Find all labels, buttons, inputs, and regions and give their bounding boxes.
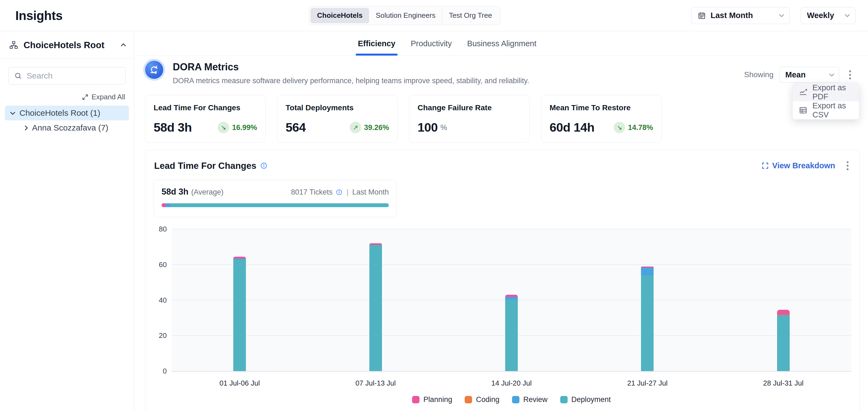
card-total-deployments: Total Deployments 564 ↗ 39.26% — [277, 95, 398, 143]
top-bar: Insights ChoiceHotels Solution Engineers… — [0, 0, 868, 31]
chevron-right-icon[interactable] — [23, 125, 28, 130]
bar-segment-review — [505, 297, 518, 300]
bar-segment-deployment — [505, 300, 518, 371]
search-icon — [14, 72, 22, 80]
bar-segment-planning — [505, 295, 518, 297]
separator: | — [346, 188, 349, 197]
export-menu: Export as PDF Export as CSV — [793, 83, 859, 119]
legend-label: Coding — [476, 396, 499, 404]
legend-item-review[interactable]: Review — [512, 396, 548, 404]
trend-up-icon: ↗ — [350, 122, 361, 133]
card-title: Lead Time For Changes — [154, 103, 257, 112]
stacked-bar-5[interactable] — [777, 310, 790, 371]
legend-item-planning[interactable]: Planning — [412, 396, 452, 404]
chevron-down-icon — [829, 71, 834, 76]
date-range-value: Last Month — [711, 11, 775, 20]
card-value: 58d 3h — [154, 121, 192, 135]
granularity-value: Weekly — [807, 11, 841, 20]
expand-all-label: Expand All — [91, 93, 125, 101]
x-axis-label: 21 Jul-27 Jul — [580, 379, 715, 387]
export-pdf-label: Export as PDF — [812, 83, 853, 101]
stacked-bar-3[interactable] — [505, 295, 518, 371]
y-tick-label: 0 — [149, 367, 167, 375]
bar-segment-deployment — [369, 245, 382, 371]
legend-swatch — [560, 396, 568, 403]
phase-segment-review — [166, 203, 170, 207]
tree-node-anna-scozzafava[interactable]: Anna Scozzafava (7) — [18, 121, 129, 135]
phase-segment-deployment — [170, 203, 389, 207]
calendar-icon — [698, 11, 706, 20]
export-csv-item[interactable]: Export as CSV — [793, 101, 859, 119]
org-chart-icon — [9, 40, 19, 50]
delta-badge: ↗ 39.26% — [350, 122, 389, 133]
collapse-sidebar-icon[interactable] — [121, 43, 126, 48]
x-axis-label: 28 Jul-31 Jul — [715, 379, 851, 387]
y-tick-label: 40 — [149, 296, 167, 304]
chevron-down-icon — [779, 12, 784, 17]
org-tab-test-org-tree[interactable]: Test Org Tree — [442, 8, 499, 23]
delta-value: 39.26% — [364, 124, 389, 132]
legend-label: Planning — [423, 396, 452, 404]
export-pdf-item[interactable]: Export as PDF — [793, 83, 859, 101]
dora-section-title: DORA Metrics — [173, 61, 239, 73]
main-tabs-bar: Efficiency Productivity Business Alignme… — [134, 31, 868, 56]
legend-label: Deployment — [571, 396, 611, 404]
tab-efficiency[interactable]: Efficiency — [358, 31, 395, 56]
view-breakdown-button[interactable]: View Breakdown — [762, 161, 835, 170]
card-unit: % — [441, 124, 447, 132]
tab-productivity[interactable]: Productivity — [411, 31, 452, 56]
x-axis-labels: 01 Jul-06 Jul07 Jul-13 Jul14 Jul-20 Jul2… — [172, 379, 851, 387]
stacked-bar-2[interactable] — [369, 243, 382, 371]
tree-node-label: Anna Scozzafava (7) — [32, 123, 108, 132]
dora-metrics-icon — [145, 61, 163, 79]
stacked-bar-4[interactable] — [641, 267, 654, 371]
card-lead-time-for-changes: Lead Time For Changes 58d 3h ↘ 16.99% — [145, 95, 266, 143]
chart-legend: PlanningCodingReviewDeployment — [172, 396, 851, 404]
aggregation-select[interactable]: Mean — [780, 67, 839, 83]
tab-business-alignment[interactable]: Business Alignment — [467, 31, 536, 56]
chart-line-icon — [799, 88, 807, 97]
stacked-bar-1[interactable] — [233, 257, 246, 371]
view-breakdown-label: View Breakdown — [772, 161, 835, 170]
panel-menu-button[interactable] — [843, 159, 852, 173]
card-title: Change Failure Rate — [417, 103, 521, 112]
granularity-select[interactable]: Weekly — [801, 7, 856, 24]
legend-item-deployment[interactable]: Deployment — [560, 396, 611, 404]
dora-menu-button[interactable] — [845, 68, 855, 82]
fullscreen-icon — [762, 162, 769, 169]
org-tab-choicehotels[interactable]: ChoiceHotels — [311, 8, 369, 23]
average-summary-card: 58d 3h (Average) 8017 Tickets | Last Mon… — [154, 180, 397, 217]
bar-segment-planning — [777, 310, 790, 315]
delta-badge: ↘ 16.99% — [218, 122, 257, 133]
info-icon[interactable] — [336, 189, 343, 196]
delta-value: 14.78% — [628, 124, 653, 132]
legend-item-coding[interactable]: Coding — [465, 396, 499, 404]
expand-all-button[interactable]: Expand All — [9, 93, 125, 101]
page-title: Insights — [16, 8, 62, 23]
org-switcher: ChoiceHotels Solution Engineers Test Org… — [309, 6, 500, 25]
panel-title: Lead Time For Changes — [154, 161, 256, 171]
tree-node-choicehotels-root[interactable]: ChoiceHotels Root (1) — [5, 106, 129, 121]
expand-arrows-icon — [82, 94, 89, 101]
bar-segment-deployment — [641, 275, 654, 371]
lead-time-panel: Lead Time For Changes V — [145, 150, 860, 411]
info-icon[interactable] — [260, 162, 268, 169]
x-axis-label: 14 Jul-20 Jul — [443, 379, 580, 387]
card-title: Mean Time To Restore — [550, 103, 653, 112]
plot-area: 020406080 — [172, 229, 851, 372]
delta-badge: ↘ 14.78% — [614, 122, 653, 133]
y-tick-label: 80 — [149, 225, 167, 233]
sidebar-search[interactable] — [8, 67, 126, 84]
legend-swatch — [412, 396, 420, 403]
org-tab-solution-engineers[interactable]: Solution Engineers — [369, 8, 442, 23]
average-label: (Average) — [191, 188, 223, 197]
chevron-down-icon — [845, 12, 850, 17]
delta-value: 16.99% — [232, 124, 257, 132]
y-tick-label: 60 — [149, 260, 167, 269]
legend-swatch — [465, 396, 472, 403]
average-value: 58d 3h — [161, 187, 188, 197]
chevron-down-icon[interactable] — [10, 110, 15, 115]
search-input[interactable] — [27, 71, 132, 80]
card-value: 60d 14h — [550, 121, 594, 135]
date-range-select[interactable]: Last Month — [691, 7, 790, 24]
